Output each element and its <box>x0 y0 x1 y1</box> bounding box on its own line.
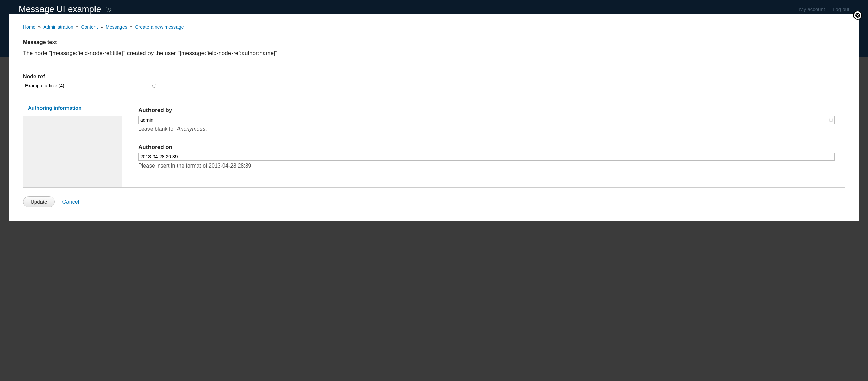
authored-on-label: Authored on <box>138 144 835 151</box>
authored-on-input[interactable] <box>138 153 835 161</box>
overlay-panel: Home » Administration » Content » Messag… <box>9 14 859 221</box>
tab-authoring-information-label[interactable]: Authoring information <box>28 105 81 111</box>
breadcrumb-messages[interactable]: Messages <box>106 24 127 30</box>
update-button[interactable]: Update <box>23 196 55 207</box>
site-title: Message UI example + <box>19 4 111 15</box>
authored-by-input-wrap <box>138 116 835 124</box>
authored-by-help-prefix: Leave blank for <box>138 126 177 132</box>
authored-on-field: Authored on Please insert in the format … <box>138 144 835 169</box>
authored-by-help: Leave blank for Anonymous. <box>138 126 835 132</box>
node-ref-input-wrap <box>23 82 158 90</box>
my-account-link[interactable]: My account <box>799 6 825 12</box>
breadcrumb-home[interactable]: Home <box>23 24 35 30</box>
authored-by-input[interactable] <box>138 116 835 124</box>
node-ref-label: Node ref <box>23 74 845 80</box>
vertical-tabs-pane: Authored by Leave blank for Anonymous. A… <box>122 100 845 187</box>
breadcrumb-administration[interactable]: Administration <box>43 24 73 30</box>
breadcrumb-sep: » <box>100 24 103 30</box>
vertical-tabs-list: Authoring information <box>23 100 122 187</box>
breadcrumb-content[interactable]: Content <box>81 24 98 30</box>
vertical-tabs: Authoring information Authored by Leave … <box>23 100 845 188</box>
site-title-text: Message UI example <box>19 4 101 15</box>
breadcrumb-create[interactable]: Create a new message <box>135 24 184 30</box>
breadcrumb: Home » Administration » Content » Messag… <box>23 24 845 30</box>
form-actions: Update Cancel <box>23 196 845 207</box>
breadcrumb-sep: » <box>130 24 133 30</box>
node-ref-field: Node ref <box>23 74 845 90</box>
top-bar-inner: Message UI example + My account Log out <box>0 0 868 15</box>
tab-authoring-information[interactable]: Authoring information <box>23 100 122 116</box>
breadcrumb-sep: » <box>76 24 79 30</box>
log-out-link[interactable]: Log out <box>833 6 849 12</box>
authored-by-label: Authored by <box>138 107 835 114</box>
node-ref-input[interactable] <box>23 82 158 90</box>
authored-on-input-wrap <box>138 153 835 161</box>
throbber-icon <box>829 118 833 122</box>
authored-by-field: Authored by Leave blank for Anonymous. <box>138 107 835 132</box>
add-shortcut-icon[interactable]: + <box>106 7 111 12</box>
message-text-body: The node "[message:field-node-ref:title]… <box>23 50 845 57</box>
authored-on-help: Please insert in the format of 2013-04-2… <box>138 163 835 169</box>
cancel-link[interactable]: Cancel <box>62 199 79 205</box>
throbber-icon <box>152 84 156 88</box>
user-links: My account Log out <box>799 6 849 12</box>
message-text-label: Message text <box>23 39 845 45</box>
authored-by-help-em: Anonymous <box>177 126 206 132</box>
top-bar: Message UI example + My account Log out … <box>0 0 868 57</box>
breadcrumb-sep: » <box>38 24 41 30</box>
authored-by-help-suffix: . <box>205 126 207 132</box>
close-icon[interactable] <box>853 11 862 20</box>
